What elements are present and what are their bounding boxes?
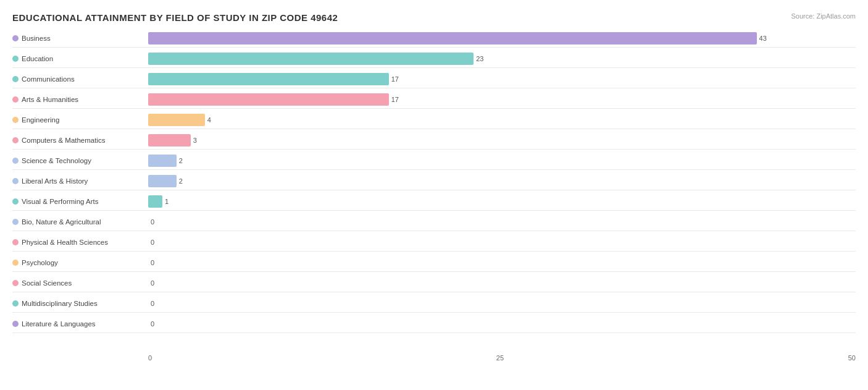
bar-track: 1 — [148, 195, 856, 208]
bar-fill — [148, 155, 177, 167]
bar-row: Education23 — [12, 49, 856, 68]
source-label: Source: ZipAtlas.com — [791, 12, 856, 20]
bar-value-label: 0 — [151, 279, 154, 287]
bar-fill — [148, 134, 191, 146]
bar-label: Physical & Health Sciences — [12, 239, 148, 246]
bar-track: 0 — [148, 256, 856, 269]
bar-track: 23 — [148, 53, 856, 65]
bar-color-dot — [12, 280, 19, 286]
bar-value-label: 17 — [391, 75, 399, 83]
bar-label: Social Sciences — [12, 279, 148, 287]
bar-row: Science & Technology2 — [12, 151, 856, 170]
x-axis: 02550 — [148, 354, 856, 362]
bar-label-text: Liberal Arts & History — [22, 177, 88, 185]
bar-track: 17 — [148, 93, 856, 106]
bar-row: Computers & Mathematics3 — [12, 131, 856, 150]
bar-row: Multidisciplinary Studies0 — [12, 294, 856, 313]
bars-area: Business43Education23Communications17Art… — [12, 29, 856, 350]
bar-fill — [148, 195, 162, 208]
bar-value-label: 3 — [193, 137, 197, 144]
bar-label: Visual & Performing Arts — [12, 198, 148, 205]
bar-color-dot — [12, 158, 19, 164]
bar-label-text: Social Sciences — [22, 279, 72, 287]
x-axis-tick: 50 — [848, 354, 856, 362]
bar-row: Literature & Languages0 — [12, 315, 856, 333]
bar-color-dot — [12, 137, 19, 143]
bar-color-dot — [12, 198, 19, 205]
bar-row: Engineering4 — [12, 111, 856, 129]
bar-label-text: Physical & Health Sciences — [22, 239, 108, 246]
bar-row: Communications17 — [12, 70, 856, 88]
bar-row: Liberal Arts & History2 — [12, 172, 856, 190]
bar-label-text: Arts & Humanities — [22, 96, 78, 103]
bar-label-text: Psychology — [22, 259, 58, 266]
bar-color-dot — [12, 321, 19, 327]
bar-label-text: Engineering — [22, 116, 59, 124]
bar-color-dot — [12, 76, 19, 82]
bar-value-label: 0 — [151, 239, 154, 246]
bar-track: 0 — [148, 277, 856, 289]
bar-color-dot — [12, 260, 19, 266]
bar-fill — [148, 93, 389, 106]
bar-fill — [148, 73, 389, 85]
bar-row: Psychology0 — [12, 253, 856, 272]
bar-value-label: 0 — [151, 218, 154, 226]
bar-track: 0 — [148, 297, 856, 310]
bar-label: Bio, Nature & Agricultural — [12, 218, 148, 226]
bar-label: Education — [12, 55, 148, 62]
bar-track: 0 — [148, 236, 856, 248]
bar-color-dot — [12, 239, 19, 245]
bar-label-text: Visual & Performing Arts — [22, 198, 98, 205]
bar-fill — [148, 53, 474, 65]
x-axis-tick: 0 — [148, 354, 152, 362]
bar-color-dot — [12, 96, 19, 103]
bar-label: Liberal Arts & History — [12, 177, 148, 185]
bar-label-text: Literature & Languages — [22, 320, 96, 328]
bar-row: Arts & Humanities17 — [12, 90, 856, 109]
bar-label: Science & Technology — [12, 157, 148, 164]
bar-color-dot — [12, 300, 19, 307]
bar-label-text: Computers & Mathematics — [22, 137, 106, 144]
bar-value-label: 2 — [179, 177, 183, 185]
bar-color-dot — [12, 56, 19, 62]
bar-label-text: Communications — [22, 75, 75, 83]
bar-track: 0 — [148, 216, 856, 228]
bar-label-text: Bio, Nature & Agricultural — [22, 218, 101, 226]
chart-title: EDUCATIONAL ATTAINMENT BY FIELD OF STUDY… — [12, 12, 856, 23]
bar-label: Psychology — [12, 259, 148, 266]
bar-track: 43 — [148, 32, 856, 45]
bar-track: 4 — [148, 114, 856, 126]
bar-value-label: 0 — [151, 259, 154, 266]
bar-value-label: 4 — [207, 116, 211, 124]
bar-track: 3 — [148, 134, 856, 146]
bar-label-text: Multidisciplinary Studies — [22, 300, 98, 307]
bar-label: Literature & Languages — [12, 320, 148, 328]
chart-container: EDUCATIONAL ATTAINMENT BY FIELD OF STUDY… — [0, 0, 868, 390]
bar-value-label: 23 — [476, 55, 483, 62]
bar-row: Bio, Nature & Agricultural0 — [12, 213, 856, 231]
bar-row: Business43 — [12, 29, 856, 48]
bar-value-label: 1 — [165, 198, 169, 205]
bar-value-label: 2 — [179, 157, 183, 164]
bar-label-text: Science & Technology — [22, 157, 91, 164]
bar-color-dot — [12, 35, 19, 41]
bar-track: 0 — [148, 318, 856, 330]
bar-color-dot — [12, 178, 19, 184]
bar-value-label: 17 — [391, 96, 399, 103]
bar-fill — [148, 32, 757, 45]
bar-track: 17 — [148, 73, 856, 85]
bar-fill — [148, 114, 205, 126]
bar-color-dot — [12, 117, 19, 123]
bar-label: Business — [12, 35, 148, 42]
x-axis-tick: 25 — [496, 354, 504, 362]
bar-value-label: 43 — [759, 35, 767, 42]
bar-row: Visual & Performing Arts1 — [12, 192, 856, 211]
bar-track: 2 — [148, 155, 856, 167]
bar-value-label: 0 — [151, 320, 154, 328]
bar-color-dot — [12, 219, 19, 225]
bar-label: Arts & Humanities — [12, 96, 148, 103]
bar-label: Computers & Mathematics — [12, 137, 148, 144]
bar-fill — [148, 175, 177, 187]
bar-label-text: Business — [22, 35, 51, 42]
bar-label: Multidisciplinary Studies — [12, 300, 148, 307]
